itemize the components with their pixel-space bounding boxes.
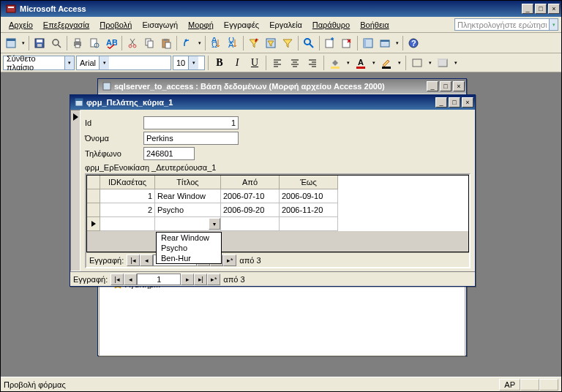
menu-file[interactable]: Αρχείο [4, 19, 38, 31]
menu-help[interactable]: Βοήθεια [355, 19, 394, 31]
save-button[interactable] [31, 35, 48, 51]
font-color-button[interactable]: A [353, 55, 369, 71]
nav-next[interactable]: ▸ [181, 274, 194, 285]
row-selector-current[interactable] [87, 217, 100, 231]
minimize-button[interactable]: _ [522, 4, 533, 14]
new-object-dropdown[interactable]: ▾ [394, 40, 400, 46]
phone-field[interactable] [143, 147, 195, 160]
new-object-button[interactable] [377, 35, 393, 51]
app-titlebar[interactable]: Microsoft Access _ □ × [1, 1, 561, 17]
row-selector[interactable] [87, 203, 100, 217]
formwin-max[interactable]: □ [449, 97, 460, 108]
align-right-button[interactable] [304, 55, 321, 71]
chevron-down-icon[interactable]: ▾ [99, 56, 109, 69]
object-combo[interactable]: Σύνθετο πλαίσιο▾ [3, 56, 75, 70]
special-effect-button[interactable] [435, 55, 451, 71]
col-eos[interactable]: Έως [280, 176, 338, 189]
dbwin-max[interactable]: □ [440, 81, 452, 91]
font-combo[interactable]: Arial▾ [76, 56, 171, 70]
formwin-titlebar[interactable]: φρμ_Πελάτης_κύρια_1 _ □ × [70, 95, 475, 110]
cell[interactable]: 1 [100, 189, 155, 203]
menu-tools[interactable]: Εργαλεία [264, 19, 307, 31]
cell[interactable] [100, 217, 155, 231]
fill-dropdown[interactable]: ▾ [345, 60, 351, 66]
fontsize-combo[interactable]: 10▾ [173, 56, 205, 70]
menu-format[interactable]: Μορφή [183, 19, 219, 31]
dbwin-close[interactable]: × [453, 81, 465, 91]
col-titlos[interactable]: Τίτλος [155, 176, 221, 189]
ask-dropdown-icon[interactable]: ▾ [550, 18, 558, 31]
formwin-close[interactable]: × [462, 97, 473, 108]
line-width-button[interactable] [409, 55, 425, 71]
cell[interactable]: 2006-09-10 [280, 189, 338, 203]
print-button[interactable] [70, 35, 86, 51]
cell[interactable]: Rear Window [155, 189, 221, 203]
view-button[interactable] [3, 35, 19, 51]
row-selector[interactable] [87, 189, 100, 203]
nav-first[interactable]: |◂ [110, 274, 124, 285]
nav-new[interactable]: ▸* [207, 274, 220, 285]
undo-button[interactable] [179, 35, 195, 51]
id-field[interactable] [143, 116, 239, 129]
dbwin-titlebar[interactable]: sqlserver_to_access : Βάση δεδομένων (Μο… [98, 79, 466, 94]
filter-form-button[interactable] [263, 35, 279, 51]
maximize-button[interactable]: □ [535, 4, 547, 14]
copy-button[interactable] [141, 35, 157, 51]
menu-insert[interactable]: Εισαγωγή [137, 19, 183, 31]
cut-button[interactable] [124, 35, 140, 51]
search-button[interactable] [48, 35, 64, 51]
cell[interactable]: 2006-07-10 [221, 189, 280, 203]
fontcolor-dropdown[interactable]: ▾ [370, 60, 377, 66]
cell[interactable]: Psycho [155, 203, 221, 217]
title-combo-cell[interactable]: ▼ [155, 217, 221, 231]
col-apo[interactable]: Από [221, 176, 280, 189]
database-window-button[interactable] [360, 35, 376, 51]
fill-color-button[interactable] [327, 55, 343, 71]
paste-button[interactable] [158, 35, 174, 51]
form-window[interactable]: φρμ_Πελάτης_κύρια_1 _ □ × Id Όνομα [70, 94, 476, 287]
menu-edit[interactable]: Επεξεργασία [38, 19, 94, 31]
linewidth-dropdown[interactable]: ▾ [427, 60, 433, 66]
spelling-button[interactable]: ABC [103, 35, 119, 51]
cell[interactable]: 2 [100, 203, 155, 217]
view-dropdown[interactable]: ▾ [20, 40, 26, 46]
print-preview-button[interactable] [86, 35, 102, 51]
select-all-cell[interactable] [87, 176, 100, 189]
menu-records[interactable]: Εγγραφές [219, 19, 264, 31]
underline-button[interactable]: U [247, 55, 263, 71]
dropdown-option[interactable]: Rear Window [157, 233, 221, 243]
align-left-button[interactable] [269, 55, 285, 71]
toggle-filter-button[interactable] [280, 35, 296, 51]
col-idkasetas[interactable]: IDΚασέτας [100, 176, 155, 189]
cell[interactable] [280, 217, 338, 231]
menu-view[interactable]: Προβολή [94, 19, 137, 31]
combo-dropdown-button[interactable]: ▼ [209, 218, 220, 230]
help-button[interactable]: ? [405, 35, 422, 51]
linecolor-dropdown[interactable]: ▾ [396, 60, 402, 66]
cell[interactable]: 2006-11-20 [280, 203, 338, 217]
formwin-min[interactable]: _ [435, 97, 447, 108]
nav-prev[interactable]: ◂ [124, 274, 137, 285]
nav-first[interactable]: |◂ [127, 255, 140, 266]
menu-window[interactable]: Παράθυρο [307, 19, 355, 31]
undo-dropdown[interactable]: ▾ [196, 40, 203, 46]
sort-asc-button[interactable]: AΩ [208, 35, 224, 51]
close-button[interactable]: × [548, 4, 560, 14]
delete-record-button[interactable] [339, 35, 355, 51]
nav-current[interactable] [137, 274, 181, 285]
dropdown-option[interactable]: Psycho [157, 243, 221, 253]
dropdown-option[interactable]: Ben-Hur [157, 253, 221, 263]
effect-dropdown[interactable]: ▾ [452, 60, 459, 66]
align-center-button[interactable] [287, 55, 303, 71]
line-color-button[interactable] [378, 55, 394, 71]
name-field[interactable] [143, 132, 239, 145]
dbwin-min[interactable]: _ [427, 81, 438, 91]
sort-desc-button[interactable]: ΩA [225, 35, 241, 51]
bold-button[interactable]: B [211, 55, 228, 71]
nav-last[interactable]: ▸| [194, 274, 207, 285]
filter-selection-button[interactable] [246, 35, 262, 51]
cell[interactable] [221, 217, 280, 231]
ask-input[interactable] [454, 18, 550, 31]
record-selector[interactable] [70, 110, 80, 271]
chevron-down-icon[interactable]: ▾ [188, 56, 198, 69]
